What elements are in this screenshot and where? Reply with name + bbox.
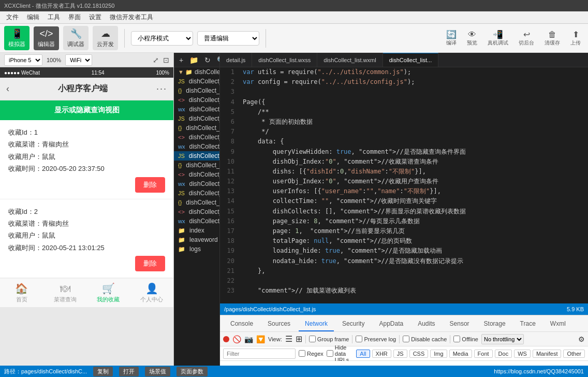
search-file-btn[interactable]: 🔍 — [215, 55, 220, 65]
resize-icon[interactable]: ⤢ — [153, 56, 159, 64]
filter-button[interactable]: 🔽 — [256, 335, 265, 343]
filter-css[interactable]: CSS — [409, 350, 429, 358]
file-item-dishCollect_list_js[interactable]: JS dishCollect_list.js — [174, 151, 219, 161]
capture-button[interactable]: 📷 — [244, 335, 253, 343]
filter-ws[interactable]: WS — [514, 350, 531, 358]
offline-label[interactable]: Offline — [453, 336, 478, 342]
menu-dots[interactable]: ··· — [156, 83, 167, 94]
open-button[interactable]: 打开 — [119, 367, 139, 376]
devtools-tab-trace[interactable]: Trace — [514, 317, 542, 331]
devtools-tab-audits[interactable]: Audits — [411, 317, 441, 331]
compile-button[interactable]: 🔄 编译 — [443, 28, 460, 48]
debugger-button[interactable]: 🔧 调试器 — [63, 26, 89, 50]
nav-home[interactable]: 🏠 首页 — [0, 279, 43, 307]
preview-button[interactable]: 👁 预览 — [464, 29, 480, 48]
tab-detail-js[interactable]: detail.js — [220, 53, 252, 67]
file-item-dishCollect_detail_json[interactable]: {} dishCollect_detail.json — [174, 123, 219, 133]
menu-edit[interactable]: 编辑 — [23, 12, 43, 23]
file-item-dishCollect_detail_wxss[interactable]: wx dishCollect_detail.wxss — [174, 142, 219, 151]
mode-select[interactable]: 小程序模式 — [131, 31, 193, 46]
preserve-log-checkbox[interactable] — [356, 336, 362, 342]
nav-dish[interactable]: 🍽 菜谱查询 — [43, 279, 87, 307]
add-folder-btn[interactable]: 📁 — [187, 55, 200, 65]
menu-settings[interactable]: 设置 — [85, 12, 106, 23]
devtools-tab-network[interactable]: Network — [299, 317, 334, 331]
filter-doc[interactable]: Doc — [495, 350, 512, 358]
devtools-tab-storage[interactable]: Storage — [478, 317, 512, 331]
file-item-dishCollect_list_json[interactable]: {} dishCollect_list.json — [174, 161, 219, 170]
filter-img[interactable]: Img — [430, 350, 447, 358]
devtools-tab-sensor[interactable]: Sensor — [444, 317, 476, 331]
file-item-dishCollect_add_json[interactable]: {} dishCollect_add.json — [174, 86, 219, 95]
file-item-logs[interactable]: 📁 logs — [174, 244, 219, 254]
filter-other[interactable]: Other — [563, 350, 585, 358]
view-list-icon[interactable]: ☰ — [285, 334, 292, 344]
regex-checkbox[interactable] — [299, 350, 305, 357]
compile-select[interactable]: 普通编辑 — [197, 31, 259, 46]
simulator-button[interactable]: 📱 模拟器 — [4, 26, 30, 50]
file-item-dishCollect_add_wxss[interactable]: wx dishCollect_add.wxss — [174, 105, 219, 114]
filter-js[interactable]: JS — [393, 350, 407, 358]
group-frame-label[interactable]: Group frame — [309, 336, 349, 342]
preserve-log-label[interactable]: Preserve log — [356, 336, 396, 342]
menu-wechat-devtools[interactable]: 微信开发者工具 — [106, 12, 157, 23]
view-grid-icon[interactable]: ⊞ — [296, 334, 302, 344]
group-frame-checkbox[interactable] — [309, 336, 316, 342]
file-item-dishCollect_modify_wxml[interactable]: <> dishCollect_modify.wxml — [174, 207, 219, 216]
filter-media[interactable]: Media — [449, 350, 472, 358]
filter-all[interactable]: All — [356, 350, 370, 358]
delete-btn-1[interactable]: 删除 — [135, 177, 165, 193]
layout-icon[interactable]: ⊡ — [163, 56, 169, 64]
editor-button[interactable]: </> 编辑器 — [34, 26, 59, 50]
tab-wxss[interactable]: dishCollect_list.wxss — [252, 53, 317, 67]
file-item-dishCollect_modify_json[interactable]: {} dishCollect_modify.json — [174, 198, 219, 207]
hide-data-label[interactable]: Hide data URLs — [327, 344, 349, 363]
tab-list-active[interactable]: dishCollect_list... — [383, 53, 439, 67]
file-item-dishCollect_add_wxml[interactable]: <> dishCollect_add.wxml — [174, 95, 219, 105]
devtools-tab-security[interactable]: Security — [336, 317, 371, 331]
offline-checkbox[interactable] — [453, 336, 460, 342]
devtools-settings-icon[interactable]: ⚙ — [578, 335, 585, 343]
delete-btn-2[interactable]: 删除 — [135, 256, 165, 271]
add-file-btn[interactable]: + — [177, 55, 185, 65]
network-select[interactable]: WiFi — [65, 54, 92, 66]
devtools-tab-console[interactable]: Console — [224, 317, 259, 331]
copy-button[interactable]: 复制 — [93, 367, 113, 376]
scene-button[interactable]: 场景值 — [145, 367, 170, 376]
refresh-tree-btn[interactable]: ↻ — [202, 55, 213, 65]
filter-font[interactable]: Font — [474, 350, 493, 358]
file-item-index[interactable]: 📁 index — [174, 226, 219, 235]
devtools-tab-appdata[interactable]: AppData — [373, 317, 409, 331]
file-item-dishCollect_detail_wxml[interactable]: <> dishCollect_detail.wxml — [174, 133, 219, 142]
file-item-dishCollect_list_wxml[interactable]: <> dishCollect_list.wxml — [174, 170, 219, 179]
folder-dishcollect[interactable]: ▼ 📁 dishCollect — [174, 67, 219, 77]
devtools-tab-sources[interactable]: Sources — [261, 317, 297, 331]
nav-profile[interactable]: 👤 个人中心 — [130, 279, 173, 307]
clearstore-button[interactable]: 🗑 清缓存 — [541, 29, 563, 48]
cloud-button[interactable]: ☁ 云开发 — [93, 26, 118, 50]
cutedge-button[interactable]: ↩ 切后台 — [516, 28, 537, 48]
file-item-dishCollect_list_wxss[interactable]: wx dishCollect_list.wxss — [174, 179, 219, 189]
nav-collect[interactable]: 🛒 我的收藏 — [87, 279, 130, 307]
disable-cache-label[interactable]: Disable cache — [403, 336, 447, 342]
file-item-leaveword[interactable]: 📁 leaveword — [174, 235, 219, 244]
filter-manifest[interactable]: Manifest — [533, 350, 562, 358]
tab-wxml[interactable]: dishCollect_list.wxml — [317, 53, 383, 67]
disable-cache-checkbox[interactable] — [403, 336, 409, 342]
menu-file[interactable]: 文件 — [2, 12, 23, 23]
page-params-button[interactable]: 页面参数 — [177, 367, 208, 376]
device-select[interactable]: iPhone 5 — [4, 54, 42, 66]
record-button[interactable] — [223, 336, 229, 342]
menu-interface[interactable]: 界面 — [64, 12, 85, 23]
devtools-tab-wxml[interactable]: Wxml — [544, 317, 572, 331]
regex-label[interactable]: Regex — [299, 350, 324, 357]
file-item-dishCollect_detail_js[interactable]: JS dishCollect_detail.js — [174, 114, 219, 123]
clear-button[interactable]: 🚫 — [232, 335, 241, 343]
realdev-button[interactable]: 📲 真机调试 — [484, 28, 511, 48]
code-lines[interactable]: var utils = require("../../utils/common.… — [239, 67, 588, 303]
menu-tools[interactable]: 工具 — [43, 12, 64, 23]
filter-input[interactable] — [223, 349, 296, 359]
filter-xhr[interactable]: XHR — [372, 350, 391, 358]
file-item-dishCollect_modify_wxss[interactable]: wx dishCollect_modify.wxss — [174, 216, 219, 226]
throttling-select[interactable]: No throttling — [481, 334, 524, 344]
